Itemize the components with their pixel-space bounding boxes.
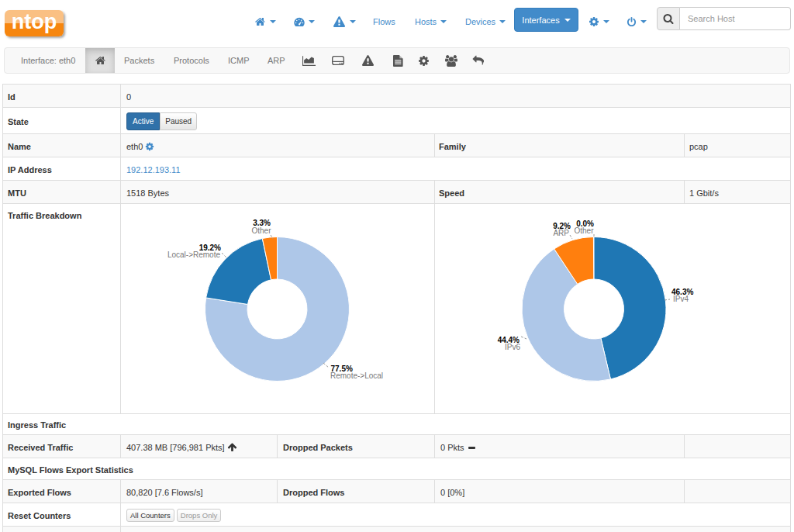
svg-text:Local->Remote: Local->Remote xyxy=(167,250,221,259)
svg-text:Other: Other xyxy=(574,226,594,235)
svg-text:Other: Other xyxy=(251,226,271,235)
svg-text:IPv4: IPv4 xyxy=(673,295,689,303)
svg-text:ARP: ARP xyxy=(553,229,569,237)
svg-text:3.3%: 3.3% xyxy=(253,219,271,227)
svg-text:IPv6: IPv6 xyxy=(505,343,520,351)
svg-text:Remote->Local: Remote->Local xyxy=(330,371,383,380)
